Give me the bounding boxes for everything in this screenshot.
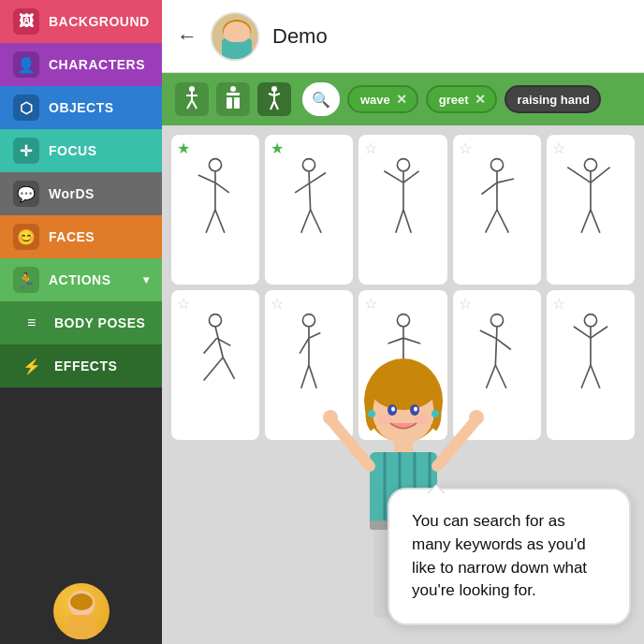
sidebar-item-actions[interactable]: 🏃 ACTIONS ▾ bbox=[0, 258, 162, 301]
star-5[interactable]: ☆ bbox=[552, 139, 565, 157]
svg-point-4 bbox=[223, 20, 251, 42]
svg-line-40 bbox=[395, 210, 402, 233]
star-7[interactable]: ☆ bbox=[271, 295, 284, 313]
svg-line-13 bbox=[192, 100, 197, 109]
svg-point-102 bbox=[414, 407, 417, 412]
svg-point-7 bbox=[240, 31, 243, 36]
sidebar-label-effects: EFFECTS bbox=[54, 359, 117, 373]
svg-line-22 bbox=[271, 101, 274, 110]
pose-raise-button[interactable] bbox=[257, 82, 291, 116]
svg-rect-17 bbox=[234, 97, 240, 109]
svg-point-98 bbox=[371, 369, 436, 410]
svg-line-62 bbox=[300, 338, 309, 353]
objects-icon: ⬡ bbox=[13, 95, 39, 121]
svg-line-23 bbox=[274, 101, 278, 110]
figure-1 bbox=[184, 150, 246, 270]
pose-card-2[interactable]: ★ bbox=[265, 135, 353, 285]
sidebar-item-characters[interactable]: 👤 CHARACTERS bbox=[0, 43, 162, 86]
sidebar-label-focus: FOCUS bbox=[49, 143, 97, 158]
sidebar-item-words[interactable]: 💬 WorDS bbox=[0, 172, 162, 215]
svg-line-35 bbox=[311, 210, 322, 233]
svg-point-3 bbox=[212, 14, 259, 61]
split-icon bbox=[223, 86, 243, 112]
back-button[interactable]: ← bbox=[177, 26, 198, 47]
actions-chevron-icon: ▾ bbox=[143, 273, 150, 286]
sidebar-label-characters: CHARACTERS bbox=[49, 57, 145, 72]
star-6[interactable]: ☆ bbox=[177, 295, 190, 313]
svg-line-32 bbox=[295, 183, 310, 193]
sidebar-label-words: WorDS bbox=[49, 186, 95, 201]
body-poses-icon: ≡ bbox=[19, 310, 45, 336]
pose-card-6[interactable]: ☆ bbox=[171, 290, 259, 440]
sidebar-item-effects[interactable]: ⚡ EFFECTS bbox=[0, 344, 162, 388]
pose-card-1[interactable]: ★ bbox=[171, 135, 259, 285]
tag-wave-label: wave bbox=[360, 93, 390, 107]
star-8[interactable]: ☆ bbox=[364, 295, 377, 313]
svg-point-1 bbox=[70, 593, 93, 610]
svg-point-42 bbox=[490, 159, 503, 171]
sidebar-item-body-poses[interactable]: ≡ BODY POSES bbox=[0, 301, 162, 344]
svg-point-5 bbox=[227, 23, 247, 46]
tag-wave-close[interactable]: ✕ bbox=[396, 92, 407, 107]
figure-5 bbox=[560, 150, 622, 270]
svg-point-14 bbox=[230, 86, 236, 92]
pose-card-5[interactable]: ☆ bbox=[547, 135, 635, 285]
svg-line-38 bbox=[384, 171, 403, 183]
characters-icon: 👤 bbox=[13, 51, 39, 78]
svg-line-95 bbox=[437, 419, 476, 466]
svg-line-53 bbox=[591, 210, 600, 233]
svg-line-33 bbox=[311, 172, 326, 183]
pose-split-button[interactable] bbox=[216, 82, 250, 116]
raise-icon bbox=[264, 86, 285, 112]
svg-point-101 bbox=[391, 407, 395, 412]
pose-walk-button[interactable] bbox=[175, 82, 209, 116]
svg-line-56 bbox=[204, 338, 217, 353]
sidebar-item-objects[interactable]: ⬡ OBJECTS bbox=[0, 86, 162, 129]
main-area: ← Demo bbox=[162, 0, 644, 644]
background-icon: 🖼 bbox=[13, 8, 39, 35]
svg-line-82 bbox=[581, 365, 591, 388]
sidebar-item-background[interactable]: 🖼 BACKGROUND bbox=[0, 0, 162, 43]
svg-line-58 bbox=[204, 358, 224, 381]
tag-greet[interactable]: greet ✕ bbox=[426, 85, 497, 113]
header: ← Demo bbox=[162, 0, 644, 73]
svg-point-72 bbox=[490, 315, 503, 327]
header-title: Demo bbox=[272, 24, 328, 49]
svg-line-63 bbox=[309, 332, 320, 338]
star-9[interactable]: ☆ bbox=[459, 295, 472, 313]
svg-line-75 bbox=[495, 338, 510, 349]
sidebar-item-faces[interactable]: 😊 FACES bbox=[0, 215, 162, 258]
star-2[interactable]: ★ bbox=[271, 139, 284, 157]
sidebar-item-focus[interactable]: ✛ FOCUS bbox=[0, 129, 162, 172]
focus-icon: ✛ bbox=[13, 138, 39, 164]
tag-wave[interactable]: wave ✕ bbox=[347, 85, 418, 113]
figure-2 bbox=[278, 150, 340, 270]
svg-point-78 bbox=[584, 315, 596, 327]
tag-greet-label: greet bbox=[439, 93, 469, 107]
pose-card-10[interactable]: ☆ bbox=[547, 290, 635, 440]
svg-line-81 bbox=[591, 327, 607, 338]
svg-line-44 bbox=[481, 183, 496, 194]
tag-raising-hand-label: raising hand bbox=[518, 93, 590, 107]
tag-raising-hand[interactable]: raising hand bbox=[505, 85, 601, 113]
tag-greet-close[interactable]: ✕ bbox=[475, 92, 486, 107]
svg-line-52 bbox=[581, 210, 591, 233]
star-10[interactable]: ☆ bbox=[552, 295, 565, 313]
speech-text: You can search for as many keywords as y… bbox=[412, 510, 607, 603]
svg-point-104 bbox=[415, 415, 430, 424]
star-3[interactable]: ☆ bbox=[364, 139, 377, 157]
star-1[interactable]: ★ bbox=[177, 139, 190, 157]
pose-card-4[interactable]: ☆ bbox=[453, 135, 541, 285]
actions-icon: 🏃 bbox=[13, 267, 39, 293]
svg-point-24 bbox=[209, 159, 221, 171]
star-4[interactable]: ☆ bbox=[459, 139, 472, 157]
svg-line-28 bbox=[206, 210, 215, 233]
pose-card-3[interactable]: ☆ bbox=[359, 135, 446, 285]
svg-point-48 bbox=[584, 159, 596, 171]
svg-line-34 bbox=[301, 210, 311, 233]
words-icon: 💬 bbox=[13, 181, 39, 207]
sidebar-avatar-svg bbox=[53, 583, 110, 639]
figure-4 bbox=[466, 150, 528, 270]
search-button[interactable]: 🔍 bbox=[302, 82, 340, 116]
svg-line-77 bbox=[495, 365, 506, 388]
